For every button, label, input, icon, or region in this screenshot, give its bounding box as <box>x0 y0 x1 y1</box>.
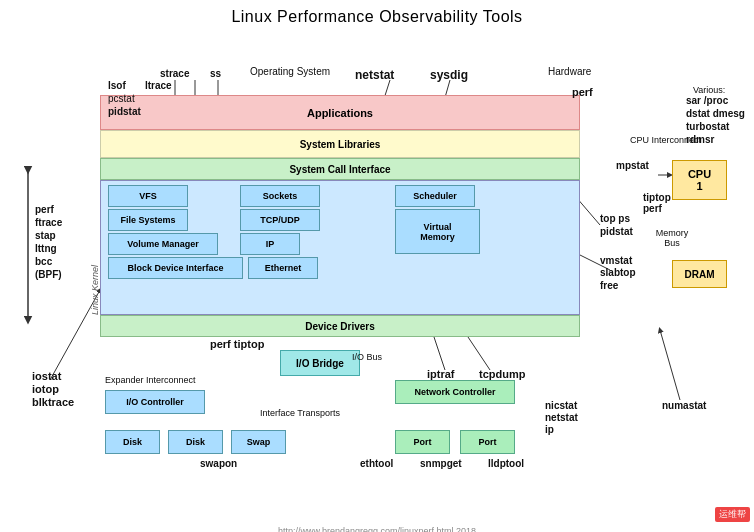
disk1-box: Disk <box>105 430 160 454</box>
swapon-label: swapon <box>200 458 237 469</box>
port2-box: Port <box>460 430 515 454</box>
iptraf-label: iptraf <box>427 368 455 380</box>
sockets-box: Sockets <box>240 185 320 207</box>
netstat-label: netstat <box>355 68 394 82</box>
top-ps-label: top ps <box>600 213 630 224</box>
ip-label: ip <box>545 424 554 435</box>
pidstat2-label: pidstat <box>600 226 633 237</box>
sar-proc-label: sar /proc <box>686 95 728 106</box>
tcpudp-box: TCP/UDP <box>240 209 320 231</box>
ip-box: IP <box>240 233 300 255</box>
pidstat-label: pidstat <box>108 106 141 117</box>
slabtop-label: slabtop <box>600 267 636 278</box>
page-title: Linux Performance Observability Tools <box>0 0 754 30</box>
vmstat-label: vmstat <box>600 255 632 266</box>
lldptool-label: lldptool <box>488 458 524 469</box>
scheduler-box: Scheduler <box>395 185 475 207</box>
perf2-label: perf <box>643 203 662 214</box>
syscall-box: System Call Interface <box>100 158 580 180</box>
various-label: Various: <box>693 85 725 95</box>
dstat-label: dstat dmesg <box>686 108 745 119</box>
diagram-area: Applications System Libraries System Cal… <box>0 30 754 532</box>
ss-label: ss <box>210 68 221 79</box>
brand-badge: 运维帮 <box>715 507 750 522</box>
linux-kernel-label: Linux Kernel <box>90 185 100 315</box>
iostat-label: iostat <box>32 370 61 382</box>
hardware-label: Hardware <box>548 66 591 77</box>
nicstat-label: nicstat <box>545 400 577 411</box>
volume-manager-box: Volume Manager <box>108 233 218 255</box>
netstat2-label: netstat <box>545 412 578 423</box>
lsof-label: lsof <box>108 80 126 91</box>
io-bridge-box: I/O Bridge <box>280 350 360 376</box>
numastat-label: numastat <box>662 400 706 411</box>
ethtool-label: ethtool <box>360 458 393 469</box>
perf-tiptop-io-label: perf tiptop <box>210 338 264 350</box>
dram-box: DRAM <box>672 260 727 288</box>
blktrace-label: blktrace <box>32 396 74 408</box>
perf-hw-label: perf <box>572 86 593 98</box>
ltrace-label: ltrace <box>145 80 172 91</box>
memory-bus-label: Memory Bus <box>647 228 697 248</box>
vfs-box: VFS <box>108 185 188 207</box>
file-systems-box: File Systems <box>108 209 188 231</box>
url-watermark: http://www.brendangregg.com/linuxperf.ht… <box>278 526 476 532</box>
perf-ftrace-label: perf ftrace stap lttng bcc (BPF) <box>35 190 62 281</box>
tiptop-label: tiptop <box>643 192 671 203</box>
free-label: free <box>600 280 618 291</box>
ethernet-box: Ethernet <box>248 257 318 279</box>
port1-box: Port <box>395 430 450 454</box>
cpu-box: CPU 1 <box>672 160 727 200</box>
iotop-label: iotop <box>32 383 59 395</box>
virtual-memory-box: Virtual Memory <box>395 209 480 254</box>
sysdig-label: sysdig <box>430 68 468 82</box>
swap-box: Swap <box>231 430 286 454</box>
rdmsr-label: rdmsr <box>686 134 714 145</box>
os-label: Operating System <box>250 66 330 77</box>
svg-line-12 <box>660 330 680 400</box>
strace-label: strace <box>160 68 189 79</box>
device-drivers-box: Device Drivers <box>100 315 580 337</box>
io-bus-label: I/O Bus <box>352 352 382 362</box>
network-controller-box: Network Controller <box>395 380 515 404</box>
applications-box: Applications <box>100 95 580 130</box>
mpstat-label: mpstat <box>616 160 649 171</box>
block-device-box: Block Device Interface <box>108 257 243 279</box>
interface-transports-label: Interface Transports <box>260 408 340 418</box>
pcstat-label: pcstat <box>108 93 135 104</box>
system-libraries-box: System Libraries <box>100 130 580 158</box>
turbostat-label: turbostat <box>686 121 729 132</box>
io-controller-box: I/O Controller <box>105 390 205 414</box>
expander-label: Expander Interconnect <box>105 375 196 385</box>
tcpdump-label: tcpdump <box>479 368 525 380</box>
disk2-box: Disk <box>168 430 223 454</box>
snmpget-label: snmpget <box>420 458 462 469</box>
